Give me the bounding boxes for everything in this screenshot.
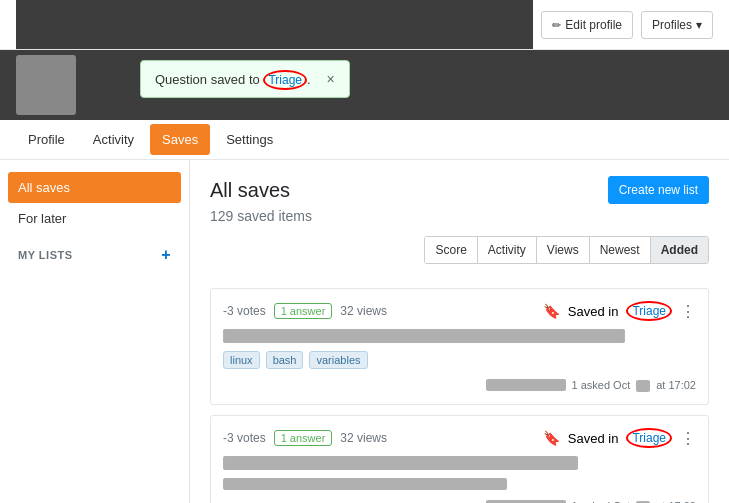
tag-variables[interactable]: variables xyxy=(309,351,367,369)
sort-tab-newest[interactable]: Newest xyxy=(590,237,651,263)
question-stats-2: -3 votes 1 answer 32 views xyxy=(223,430,387,446)
saved-in-label: Saved in xyxy=(568,304,619,319)
tag-bash[interactable]: bash xyxy=(266,351,304,369)
profile-tabs: Profile Activity Saves Settings xyxy=(0,120,729,160)
toast-close-button[interactable]: × xyxy=(327,71,335,87)
user-block-2: 1 asked Oct at 17:02 xyxy=(486,498,696,503)
filters-row: Score Activity Views Newest Added xyxy=(210,236,709,276)
edit-profile-label: Edit profile xyxy=(565,18,622,32)
question-meta-2: -3 votes 1 answer 32 views 🔖 Saved in Tr… xyxy=(223,428,696,448)
sidebar-item-for-later[interactable]: For later xyxy=(8,203,181,234)
content-header: All saves Create new list xyxy=(210,176,709,204)
question-right-2: 🔖 Saved in Triage ⋮ xyxy=(543,428,696,448)
user-asked-2: 1 asked Oct xyxy=(572,500,631,504)
avatar xyxy=(16,55,76,115)
answer-badge: 1 answer xyxy=(274,303,333,319)
saved-in-label-2: Saved in xyxy=(568,431,619,446)
sort-tab-added[interactable]: Added xyxy=(651,237,708,263)
votes-count-2: -3 votes xyxy=(223,431,266,445)
top-bar-left xyxy=(16,0,533,49)
edit-profile-button[interactable]: Edit profile xyxy=(541,11,633,39)
answer-badge-2: 1 answer xyxy=(274,430,333,446)
votes-count: -3 votes xyxy=(223,304,266,318)
bookmark-icon-2: 🔖 xyxy=(543,430,560,446)
blurred-date-2 xyxy=(636,498,650,503)
content-title: All saves xyxy=(210,179,290,202)
tab-settings[interactable]: Settings xyxy=(214,124,285,155)
question-tags: linux bash variables xyxy=(223,351,696,369)
main-layout: All saves For later MY LISTS + All saves… xyxy=(0,160,729,503)
user-block: 1 asked Oct at 17:02 xyxy=(486,377,696,392)
tag-linux[interactable]: linux xyxy=(223,351,260,369)
tab-profile[interactable]: Profile xyxy=(16,124,77,155)
user-avatar-blurred-2 xyxy=(486,500,566,504)
create-new-list-button[interactable]: Create new list xyxy=(608,176,709,204)
triage-link-2[interactable]: Triage xyxy=(626,428,672,448)
bookmark-icon: 🔖 xyxy=(543,303,560,319)
profiles-button[interactable]: Profiles ▾ xyxy=(641,11,713,39)
kebab-menu-2[interactable]: ⋮ xyxy=(680,429,696,448)
chevron-down-icon: ▾ xyxy=(696,18,702,32)
toast-triage-link[interactable]: Triage xyxy=(263,70,307,90)
sort-tabs: Score Activity Views Newest Added xyxy=(424,236,709,264)
question-footer: 1 asked Oct at 17:02 xyxy=(223,377,696,392)
question-item: -3 votes 1 answer 32 views 🔖 Saved in Tr… xyxy=(210,415,709,503)
question-footer-2: 1 asked Oct at 17:02 xyxy=(223,498,696,503)
question-right: 🔖 Saved in Triage ⋮ xyxy=(543,301,696,321)
toast-notification: Question saved to Triage. × xyxy=(140,60,350,98)
sort-tab-activity[interactable]: Activity xyxy=(478,237,537,263)
question-title-blurred-2 xyxy=(223,456,578,470)
toast-message: Question saved to Triage. xyxy=(155,72,311,87)
user-avatar-blurred xyxy=(486,379,566,391)
user-header xyxy=(0,50,729,120)
blurred-date xyxy=(636,377,650,392)
top-bar: Edit profile Profiles ▾ xyxy=(0,0,729,50)
tab-activity[interactable]: Activity xyxy=(81,124,146,155)
views-count: 32 views xyxy=(340,304,387,318)
question-title-blurred xyxy=(223,329,625,343)
profiles-label: Profiles xyxy=(652,18,692,32)
sort-tab-views[interactable]: Views xyxy=(537,237,590,263)
question-body-blurred xyxy=(223,478,507,490)
views-count-2: 32 views xyxy=(340,431,387,445)
saved-count: 129 saved items xyxy=(210,208,709,224)
content-area: All saves Create new list 129 saved item… xyxy=(190,160,729,503)
sidebar-item-all-saves[interactable]: All saves xyxy=(8,172,181,203)
sort-tab-score[interactable]: Score xyxy=(425,237,477,263)
asked-time-2: at 17:02 xyxy=(656,500,696,504)
pencil-icon xyxy=(552,18,561,32)
sidebar: All saves For later MY LISTS + xyxy=(0,160,190,503)
triage-link-1[interactable]: Triage xyxy=(626,301,672,321)
tab-saves[interactable]: Saves xyxy=(150,124,210,155)
kebab-menu-1[interactable]: ⋮ xyxy=(680,302,696,321)
question-item: -3 votes 1 answer 32 views 🔖 Saved in Tr… xyxy=(210,288,709,405)
question-meta: -3 votes 1 answer 32 views 🔖 Saved in Tr… xyxy=(223,301,696,321)
asked-time: at 17:02 xyxy=(656,379,696,391)
add-list-button[interactable]: + xyxy=(161,246,171,264)
user-asked: 1 asked Oct xyxy=(572,379,631,391)
my-lists-label: MY LISTS xyxy=(18,249,73,261)
question-stats: -3 votes 1 answer 32 views xyxy=(223,303,387,319)
sidebar-section-my-lists: MY LISTS + xyxy=(8,234,181,268)
